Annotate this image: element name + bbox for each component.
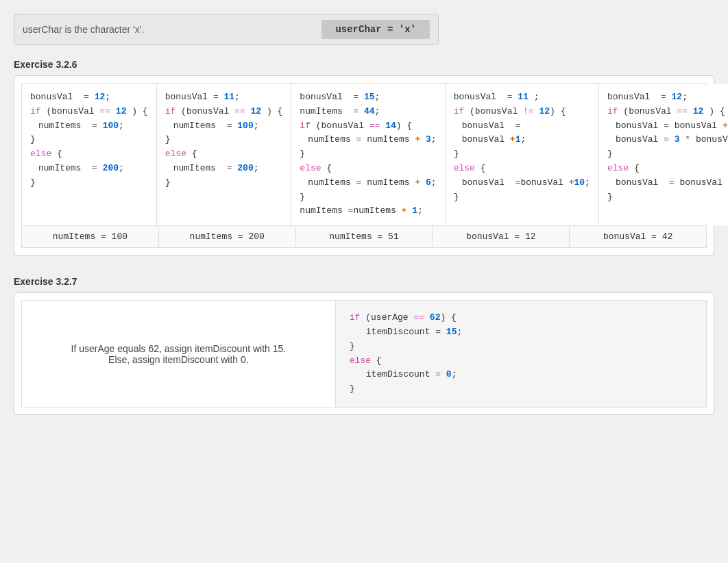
code-panel-4: bonusVal = 11 ; if (bonusVal != 12) { bo… bbox=[446, 84, 599, 225]
code-panel-5: bonusVal = 12; if (bonusVal == 12 ) { bo… bbox=[599, 84, 728, 225]
exercise-327-label: Exercise 3.2.7 bbox=[14, 276, 714, 287]
exercise-327-desc-line2: Else, assign itemDiscount with 0. bbox=[108, 354, 249, 365]
code-panel-2: bonusVal = 11; if (bonusVal == 12 ) { nu… bbox=[157, 84, 292, 225]
result-panel-5: bonusVal = 42 bbox=[570, 226, 706, 247]
code-panel-1: bonusVal = 12; if (bonusVal == 12 ) { nu… bbox=[22, 84, 157, 225]
code-panel-3: bonusVal = 15; numItems = 44; if (bonusV… bbox=[291, 84, 445, 225]
result-panel-2: numItems = 200 bbox=[159, 226, 296, 247]
top-bar: userChar is the character 'x'. userChar … bbox=[14, 14, 439, 45]
exercise-326-label: Exercise 3.2.6 bbox=[14, 59, 714, 70]
userchar-description: userChar is the character 'x'. bbox=[23, 24, 321, 35]
exercise-326-box: bonusVal = 12; if (bonusVal == 12 ) { nu… bbox=[14, 75, 714, 255]
result-panels: numItems = 100 numItems = 200 numItems =… bbox=[21, 226, 707, 248]
userchar-code: userChar = 'x' bbox=[321, 20, 430, 39]
result-panel-3: numItems = 51 bbox=[296, 226, 433, 247]
exercise-327-description: If userAge equals 62, assign itemDiscoun… bbox=[22, 301, 336, 407]
exercise-327-code: if (userAge == 62) { itemDiscount = 15; … bbox=[336, 301, 706, 407]
result-panel-4: bonusVal = 12 bbox=[433, 226, 570, 247]
exercise-327-desc-line1: If userAge equals 62, assign itemDiscoun… bbox=[71, 343, 287, 354]
code-panels: bonusVal = 12; if (bonusVal == 12 ) { nu… bbox=[21, 83, 707, 226]
result-panel-1: numItems = 100 bbox=[22, 226, 159, 247]
exercise-327-inner: If userAge equals 62, assign itemDiscoun… bbox=[21, 300, 707, 408]
exercise-327-box: If userAge equals 62, assign itemDiscoun… bbox=[14, 292, 714, 415]
